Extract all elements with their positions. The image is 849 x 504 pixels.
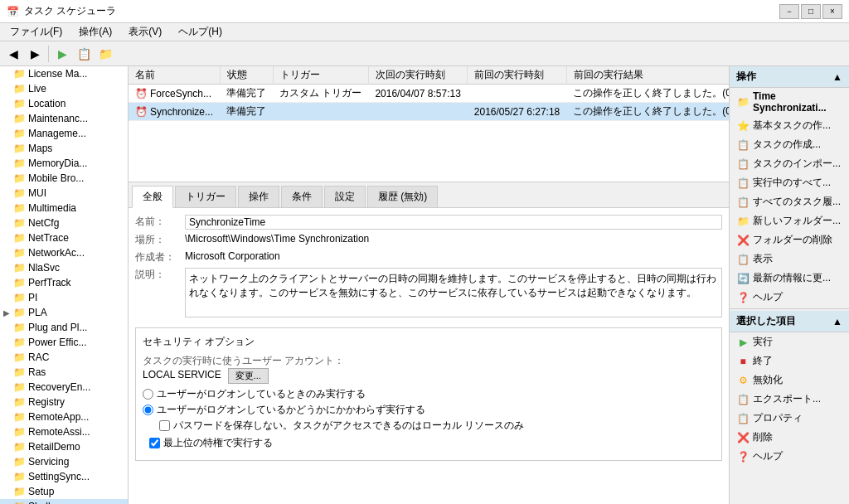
sidebar-item[interactable]: 📁 Maintenanc...	[0, 111, 128, 126]
sidebar-item[interactable]: 📁 RAC	[0, 350, 128, 365]
detail-location-label: 場所：	[135, 233, 185, 247]
selected-action-label: 削除	[753, 430, 773, 444]
sidebar-item[interactable]: 📁 Servicing	[0, 454, 128, 469]
sidebar-item-label: NlaSvc	[28, 262, 60, 274]
folder-icon: 📁	[13, 381, 26, 393]
sidebar-item[interactable]: 📁 Plug and Pl...	[0, 320, 128, 335]
security-title: セキュリティ オプション	[143, 335, 715, 349]
arrow-icon: ▶	[3, 308, 13, 317]
radio-group-2: ユーザーがログオンしているかどうかにかかわらず実行する	[143, 403, 715, 417]
sidebar-item-label: MemoryDia...	[28, 158, 87, 169]
action-item[interactable]: 📋実行中のすべて...	[730, 173, 849, 192]
collapse-icon-2[interactable]: ▲	[832, 316, 842, 327]
tab-5[interactable]: 履歴 (無効)	[367, 186, 438, 207]
action-item[interactable]: ⭐基本タスクの作...	[730, 116, 849, 135]
sidebar-item[interactable]: 📁 License Ma...	[0, 66, 128, 81]
sidebar-item[interactable]: 📁 RemoteAssi...	[0, 424, 128, 439]
help-icon: ❓	[736, 450, 750, 463]
sidebar-item[interactable]: 📁 Mobile Bro...	[0, 171, 128, 186]
cell-last-run: 2016/05/27 6:27:18	[468, 103, 566, 121]
menu-help[interactable]: ヘルプ(H)	[172, 23, 229, 41]
action-item[interactable]: ❌フォルダーの削除	[730, 230, 849, 250]
selected-action-item[interactable]: ▶実行	[730, 332, 849, 351]
tab-0[interactable]: 全般	[132, 186, 173, 208]
menu-action[interactable]: 操作(A)	[72, 23, 119, 41]
sidebar-item-label: RAC	[28, 351, 49, 363]
action-folder-header[interactable]: 📁 Time Synchronizati...	[730, 88, 849, 116]
action-separator	[730, 308, 849, 309]
sidebar-item[interactable]: 📁 Power Effic...	[0, 335, 128, 350]
selected-action-item[interactable]: ❓ヘルプ	[730, 447, 849, 466]
toolbar-btn-3[interactable]: 📁	[95, 44, 115, 64]
selected-action-item[interactable]: ❌削除	[730, 428, 849, 447]
close-button[interactable]: ×	[822, 4, 842, 19]
back-button[interactable]: ◀	[3, 44, 23, 64]
sidebar-item[interactable]: 📁 Registry	[0, 395, 128, 410]
sidebar-item[interactable]: 📁 RemoteApp...	[0, 410, 128, 424]
detail-name-input[interactable]	[185, 215, 722, 230]
selected-action-label: 終了	[753, 354, 773, 368]
toolbar-btn-2[interactable]: 📋	[74, 44, 94, 64]
sidebar-item[interactable]: 📁 MemoryDia...	[0, 156, 128, 171]
toolbar-btn-1[interactable]: ▶	[52, 44, 72, 64]
sidebar-item[interactable]: 📁 Ras	[0, 365, 128, 380]
maximize-button[interactable]: □	[801, 4, 821, 19]
action-item[interactable]: 📁新しいフォルダー...	[730, 211, 849, 230]
table-row[interactable]: ⏰Synchronize... 準備完了 2016/05/27 6:27:18 …	[129, 103, 729, 121]
sidebar-item[interactable]: 📁 NlaSvc	[0, 260, 128, 275]
action-item[interactable]: 📋すべてのタスク履...	[730, 192, 849, 211]
action-item[interactable]: 📋表示	[730, 250, 849, 269]
sidebar-item-label: RecoveryEn...	[28, 381, 90, 393]
sidebar-item-label: SettingSync...	[28, 471, 90, 482]
folder-icon: 📁	[13, 143, 26, 154]
refresh-icon: 🔄	[736, 272, 750, 285]
collapse-icon[interactable]: ▲	[832, 71, 842, 83]
checkbox-no-password[interactable]	[159, 420, 170, 431]
sidebar-item-label: Manageme...	[28, 128, 86, 139]
folder-icon: 📁	[13, 68, 26, 80]
sidebar-item[interactable]: 📁 MUI	[0, 186, 128, 201]
selected-action-item[interactable]: ⚙無効化	[730, 371, 849, 390]
sidebar-item[interactable]: 📁 Setup	[0, 484, 128, 499]
sidebar-item[interactable]: 📁 Multimedia	[0, 201, 128, 216]
sidebar-item[interactable]: 📁 Live	[0, 81, 128, 96]
tab-1[interactable]: トリガー	[175, 186, 236, 207]
action-item[interactable]: ❓ヘルプ	[730, 288, 849, 307]
action-label: Time Synchronizati...	[753, 90, 842, 114]
selected-action-item[interactable]: ■終了	[730, 351, 849, 371]
tab-3[interactable]: 条件	[281, 186, 323, 207]
checkbox-highest-privilege[interactable]	[149, 438, 160, 448]
selected-action-item[interactable]: 📋エクスポート...	[730, 390, 849, 409]
action-label: 新しいフォルダー...	[753, 214, 841, 228]
sidebar-item[interactable]: 📁 Location	[0, 96, 128, 111]
action-item[interactable]: 📋タスクの作成...	[730, 135, 849, 154]
action-item[interactable]: 🔄最新の情報に更...	[730, 269, 849, 288]
action-icon: 📋	[736, 253, 750, 266]
sidebar-item[interactable]: 📁 RetailDemo	[0, 439, 128, 454]
sidebar-item[interactable]: 📁 Shell	[0, 499, 128, 504]
tab-4[interactable]: 設定	[324, 186, 366, 207]
menu-file[interactable]: ファイル(F)	[3, 23, 69, 41]
sidebar-item-label: Maintenanc...	[28, 113, 88, 124]
table-row[interactable]: ⏰ForceSynch... 準備完了 カスタム トリガー 2016/04/07…	[129, 85, 729, 103]
minimize-button[interactable]: －	[779, 4, 799, 19]
radio-logon-only[interactable]	[143, 389, 153, 400]
sidebar-item[interactable]: 📁 NetworkAc...	[0, 245, 128, 260]
detail-author-value: Microsoft Corporation	[185, 250, 722, 262]
tab-2[interactable]: 操作	[238, 186, 279, 207]
action-item[interactable]: 📋タスクのインポー...	[730, 154, 849, 173]
sidebar-item[interactable]: 📁 NetTrace	[0, 230, 128, 245]
sidebar-item[interactable]: 📁 Maps	[0, 141, 128, 156]
sidebar-item[interactable]: 📁 Manageme...	[0, 126, 128, 141]
sidebar-item[interactable]: 📁 PerfTrack	[0, 275, 128, 290]
sidebar-item[interactable]: ▶ 📁 PLA	[0, 305, 128, 320]
change-user-button[interactable]: 変更...	[228, 368, 269, 384]
menu-view[interactable]: 表示(V)	[122, 23, 168, 41]
sidebar-item[interactable]: 📁 SettingSync...	[0, 469, 128, 484]
forward-button[interactable]: ▶	[25, 44, 45, 64]
sidebar-item[interactable]: 📁 NetCfg	[0, 216, 128, 230]
sidebar-item[interactable]: 📁 PI	[0, 290, 128, 305]
selected-action-item[interactable]: 📋プロパティ	[730, 409, 849, 428]
radio-always[interactable]	[143, 405, 153, 415]
sidebar-item[interactable]: 📁 RecoveryEn...	[0, 380, 128, 395]
